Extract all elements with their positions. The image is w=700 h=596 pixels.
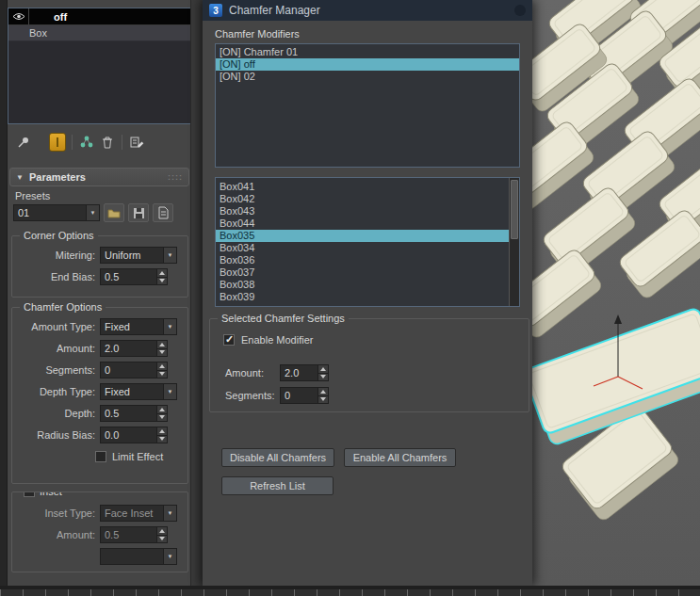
spinner-arrows[interactable] — [156, 527, 167, 542]
list-item[interactable]: Box039 — [216, 291, 509, 303]
modifier-stack-active-row[interactable]: off — [8, 8, 190, 25]
dialog-title: Chamfer Manager — [229, 4, 320, 17]
segments-label: Segments: — [225, 390, 276, 401]
scrollbar-thumb[interactable] — [511, 180, 518, 239]
group-title: Corner Options — [20, 230, 98, 241]
inset-group: Inset Inset Type:Face Inset▼Amount:0.5▼ — [11, 491, 188, 572]
chevron-down-icon: ▼ — [163, 549, 176, 564]
spinner[interactable]: 0.5 — [100, 405, 168, 422]
pin-stack-icon[interactable] — [13, 132, 34, 153]
segments-spinner[interactable]: 0 — [280, 387, 329, 404]
modifier-list[interactable]: [ON] Chamfer 01[ON] off[ON] 02 — [215, 43, 520, 168]
save-preset-button[interactable] — [128, 203, 149, 222]
spinner[interactable]: 0.0 — [100, 427, 168, 443]
dropdown[interactable]: Face Inset▼ — [100, 505, 177, 522]
load-preset-button[interactable] — [104, 203, 124, 222]
param-label: Depth Type: — [16, 386, 95, 397]
viewport-svg — [532, 0, 700, 586]
enable-all-chamfers-button[interactable]: Enable All Chamfers — [344, 448, 456, 467]
dialog-titlebar[interactable]: 3 Chamfer Manager — [203, 0, 532, 21]
param-row: End Bias:0.5 — [16, 268, 184, 285]
list-item[interactable]: Box034 — [216, 242, 509, 254]
show-end-result-icon[interactable] — [47, 132, 68, 153]
stack-item-box[interactable]: Box — [8, 25, 190, 41]
max-app-icon: 3 — [209, 4, 222, 17]
group-title-row: Inset — [20, 491, 66, 497]
chevron-down-icon: ▼ — [163, 248, 176, 263]
param-label: Amount: — [16, 343, 95, 354]
spinner[interactable]: 0.5 — [100, 526, 168, 543]
enable-modifier-checkbox[interactable] — [223, 334, 235, 346]
dropdown[interactable]: Fixed▼ — [100, 318, 177, 335]
spinner[interactable]: 0 — [100, 362, 168, 379]
param-row: Mitering:Uniform▼ — [16, 247, 184, 264]
viewport-3d[interactable] — [532, 0, 700, 586]
3d-box[interactable] — [532, 248, 604, 341]
param-row: Depth:0.5 — [16, 405, 184, 422]
refresh-list-button[interactable]: Refresh List — [221, 476, 334, 495]
param-row: Radius Bias:0.0 — [16, 427, 184, 443]
configure-modifier-sets-icon[interactable] — [126, 132, 147, 153]
amount-label: Amount: — [225, 367, 276, 379]
rollout-collapse-icon: ▼ — [16, 173, 24, 182]
delete-preset-button[interactable] — [153, 203, 173, 222]
list-item[interactable]: Box041 — [216, 181, 509, 193]
spinner-arrows[interactable] — [156, 269, 167, 284]
list-item[interactable]: Box038 — [216, 279, 509, 291]
make-unique-icon[interactable] — [76, 132, 97, 153]
list-item[interactable]: Box035 — [216, 230, 509, 242]
inset-group-title: Inset — [40, 491, 62, 497]
inset-checkbox[interactable] — [24, 491, 35, 497]
toolbar-separator — [122, 135, 122, 150]
timeline-bar[interactable] — [0, 586, 700, 596]
list-item[interactable]: Box037 — [216, 266, 509, 279]
dropdown[interactable]: ▼ — [100, 548, 177, 565]
chamfer-modifiers-label: Chamfer Modifiers — [215, 28, 300, 40]
spinner[interactable]: 2.0 — [100, 340, 168, 357]
active-modifier-name: off — [29, 11, 67, 23]
param-label: Inset Type: — [16, 507, 95, 519]
eye-icon[interactable] — [8, 8, 29, 24]
remove-modifier-icon[interactable] — [97, 132, 118, 153]
chamfer-options-group: Chamfer Options Amount Type:Fixed▼Amount… — [11, 307, 188, 484]
param-label: Amount: — [16, 529, 95, 540]
list-item[interactable]: [ON] Chamfer 01 — [216, 46, 519, 58]
scrollbar[interactable] — [509, 178, 519, 306]
object-list[interactable]: Box041Box042Box043Box044Box035Box034Box0… — [215, 177, 520, 307]
group-title: Chamfer Options — [20, 301, 106, 313]
param-row: Segments:0 — [16, 362, 184, 379]
chevron-down-icon: ▼ — [163, 384, 176, 399]
preset-row: 01 ▼ — [13, 203, 173, 222]
list-item[interactable]: [ON] off — [216, 58, 519, 71]
chevron-down-icon: ▼ — [86, 205, 99, 220]
param-label: Radius Bias: — [16, 429, 95, 441]
amount-spinner[interactable]: 2.0 — [280, 364, 329, 381]
spinner-arrows[interactable] — [156, 406, 167, 421]
chevron-down-icon: ▼ — [163, 319, 176, 334]
list-item[interactable]: Box043 — [216, 205, 509, 217]
list-item[interactable]: Box036 — [216, 254, 509, 266]
dropdown[interactable]: Uniform▼ — [100, 247, 177, 264]
spinner-arrows[interactable] — [156, 362, 167, 378]
preset-dropdown[interactable]: 01 ▼ — [13, 204, 100, 221]
spinner[interactable]: 0.5 — [100, 268, 168, 285]
rollout-title: Parameters — [29, 171, 86, 183]
chevron-down-icon: ▼ — [163, 506, 176, 521]
param-row: Depth Type:Fixed▼ — [16, 383, 184, 400]
disable-all-chamfers-button[interactable]: Disable All Chamfers — [221, 448, 334, 467]
spinner-arrows[interactable] — [156, 427, 167, 443]
dropdown[interactable]: Fixed▼ — [100, 383, 177, 400]
close-button[interactable] — [514, 5, 526, 16]
list-item[interactable]: Box042 — [216, 193, 509, 205]
presets-label: Presets — [15, 190, 50, 201]
param-label: Amount Type: — [16, 321, 95, 332]
limit-effect-checkbox[interactable] — [95, 451, 106, 462]
rollout-grip-icon: :::: — [168, 172, 183, 182]
selected-chamfer-settings-group: Selected Chamfer Settings Enable Modifie… — [209, 318, 529, 412]
param-row: Amount:2.0 — [16, 340, 184, 357]
list-item[interactable]: [ON] 02 — [216, 71, 519, 83]
left-edge-strip — [0, 0, 8, 586]
spinner-arrows[interactable] — [156, 341, 167, 356]
list-item[interactable]: Box044 — [216, 217, 509, 230]
parameters-rollout-header[interactable]: ▼ Parameters :::: — [9, 168, 189, 186]
